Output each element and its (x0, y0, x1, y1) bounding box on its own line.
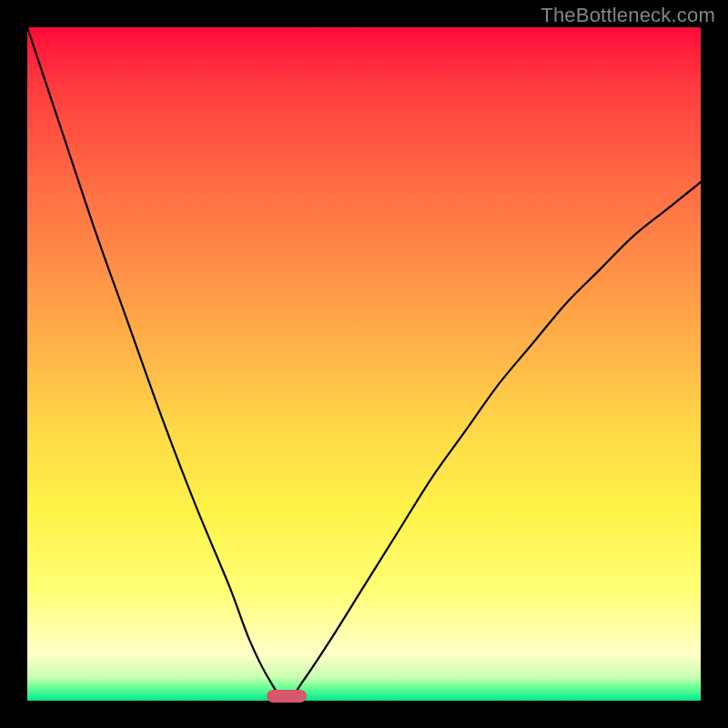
chart-frame: TheBottleneck.com (0, 0, 728, 728)
optimum-marker (267, 690, 307, 703)
plot-area (27, 27, 701, 701)
attribution-text: TheBottleneck.com (541, 4, 715, 27)
bottleneck-curve (27, 27, 701, 701)
